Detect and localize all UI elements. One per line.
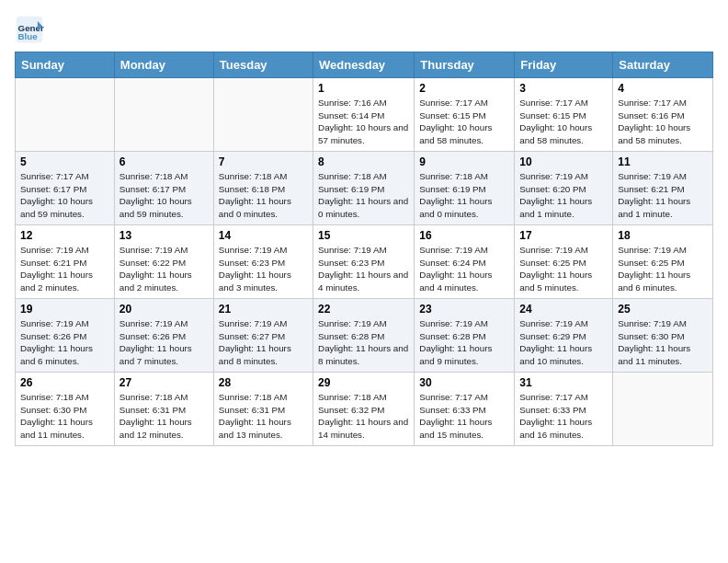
day-info: Sunrise: 7:19 AM Sunset: 6:29 PM Dayligh… — [519, 317, 608, 368]
day-info: Sunrise: 7:19 AM Sunset: 6:23 PM Dayligh… — [219, 244, 308, 294]
day-info: Sunrise: 7:18 AM Sunset: 6:17 PM Dayligh… — [119, 170, 209, 221]
day-info: Sunrise: 7:19 AM Sunset: 6:24 PM Dayligh… — [419, 244, 509, 294]
day-cell: 17Sunrise: 7:19 AM Sunset: 6:25 PM Dayli… — [515, 225, 613, 299]
day-cell: 5Sunrise: 7:17 AM Sunset: 6:17 PM Daylig… — [16, 152, 115, 225]
week-row-3: 12Sunrise: 7:19 AM Sunset: 6:21 PM Dayli… — [16, 225, 713, 299]
day-info: Sunrise: 7:17 AM Sunset: 6:17 PM Dayligh… — [20, 170, 109, 221]
day-cell: 14Sunrise: 7:19 AM Sunset: 6:23 PM Dayli… — [213, 225, 313, 299]
day-number: 18 — [618, 229, 708, 242]
days-header-row: SundayMondayTuesdayWednesdayThursdayFrid… — [16, 52, 713, 78]
day-number: 6 — [119, 155, 209, 168]
day-header-friday: Friday — [515, 52, 613, 78]
day-cell: 12Sunrise: 7:19 AM Sunset: 6:21 PM Dayli… — [16, 225, 115, 299]
day-cell: 7Sunrise: 7:18 AM Sunset: 6:18 PM Daylig… — [213, 152, 313, 225]
day-cell: 15Sunrise: 7:19 AM Sunset: 6:23 PM Dayli… — [313, 225, 415, 299]
day-number: 8 — [318, 155, 409, 168]
day-info: Sunrise: 7:19 AM Sunset: 6:21 PM Dayligh… — [618, 170, 708, 221]
day-info: Sunrise: 7:18 AM Sunset: 6:32 PM Dayligh… — [318, 391, 409, 442]
day-info: Sunrise: 7:19 AM Sunset: 6:25 PM Dayligh… — [618, 244, 708, 294]
day-info: Sunrise: 7:18 AM Sunset: 6:19 PM Dayligh… — [318, 170, 409, 221]
day-cell — [213, 78, 313, 152]
day-number: 5 — [20, 155, 109, 168]
day-number: 29 — [318, 376, 409, 389]
day-cell: 8Sunrise: 7:18 AM Sunset: 6:19 PM Daylig… — [313, 152, 415, 225]
day-cell: 3Sunrise: 7:17 AM Sunset: 6:15 PM Daylig… — [515, 78, 613, 152]
day-number: 3 — [519, 82, 608, 95]
day-info: Sunrise: 7:16 AM Sunset: 6:14 PM Dayligh… — [318, 97, 409, 147]
week-row-5: 26Sunrise: 7:18 AM Sunset: 6:30 PM Dayli… — [16, 373, 713, 446]
day-info: Sunrise: 7:18 AM Sunset: 6:19 PM Dayligh… — [419, 170, 509, 221]
day-cell: 29Sunrise: 7:18 AM Sunset: 6:32 PM Dayli… — [313, 373, 415, 446]
day-cell: 2Sunrise: 7:17 AM Sunset: 6:15 PM Daylig… — [415, 78, 515, 152]
day-cell: 20Sunrise: 7:19 AM Sunset: 6:26 PM Dayli… — [114, 299, 213, 373]
day-info: Sunrise: 7:19 AM Sunset: 6:26 PM Dayligh… — [20, 317, 109, 368]
day-number: 10 — [519, 155, 608, 168]
day-number: 14 — [219, 229, 308, 242]
day-number: 22 — [318, 303, 409, 316]
day-info: Sunrise: 7:19 AM Sunset: 6:20 PM Dayligh… — [519, 170, 608, 221]
day-header-monday: Monday — [114, 52, 213, 78]
day-cell: 21Sunrise: 7:19 AM Sunset: 6:27 PM Dayli… — [213, 299, 313, 373]
day-info: Sunrise: 7:19 AM Sunset: 6:22 PM Dayligh… — [119, 244, 209, 294]
day-cell: 13Sunrise: 7:19 AM Sunset: 6:22 PM Dayli… — [114, 225, 213, 299]
day-number: 4 — [618, 82, 708, 95]
day-cell: 9Sunrise: 7:18 AM Sunset: 6:19 PM Daylig… — [415, 152, 515, 225]
day-cell: 4Sunrise: 7:17 AM Sunset: 6:16 PM Daylig… — [613, 78, 713, 152]
day-number: 25 — [618, 303, 708, 316]
day-cell: 18Sunrise: 7:19 AM Sunset: 6:25 PM Dayli… — [613, 225, 713, 299]
day-number: 2 — [419, 82, 509, 95]
day-number: 15 — [318, 229, 409, 242]
day-number: 7 — [219, 155, 308, 168]
week-row-2: 5Sunrise: 7:17 AM Sunset: 6:17 PM Daylig… — [16, 152, 713, 225]
week-row-4: 19Sunrise: 7:19 AM Sunset: 6:26 PM Dayli… — [16, 299, 713, 373]
day-header-thursday: Thursday — [415, 52, 515, 78]
day-cell: 24Sunrise: 7:19 AM Sunset: 6:29 PM Dayli… — [515, 299, 613, 373]
day-cell — [114, 78, 213, 152]
logo-icon: General Blue — [15, 15, 44, 44]
day-cell: 16Sunrise: 7:19 AM Sunset: 6:24 PM Dayli… — [415, 225, 515, 299]
day-number: 28 — [219, 376, 308, 389]
day-info: Sunrise: 7:18 AM Sunset: 6:30 PM Dayligh… — [20, 391, 109, 442]
day-number: 20 — [119, 303, 209, 316]
day-cell: 6Sunrise: 7:18 AM Sunset: 6:17 PM Daylig… — [114, 152, 213, 225]
header: General Blue — [15, 15, 713, 44]
day-info: Sunrise: 7:17 AM Sunset: 6:15 PM Dayligh… — [519, 97, 608, 147]
day-info: Sunrise: 7:19 AM Sunset: 6:28 PM Dayligh… — [419, 317, 509, 368]
day-cell: 1Sunrise: 7:16 AM Sunset: 6:14 PM Daylig… — [313, 78, 415, 152]
day-number: 24 — [519, 303, 608, 316]
day-cell — [16, 78, 115, 152]
day-cell: 10Sunrise: 7:19 AM Sunset: 6:20 PM Dayli… — [515, 152, 613, 225]
day-cell: 23Sunrise: 7:19 AM Sunset: 6:28 PM Dayli… — [415, 299, 515, 373]
day-number: 1 — [318, 82, 409, 95]
day-info: Sunrise: 7:17 AM Sunset: 6:15 PM Dayligh… — [419, 97, 509, 147]
day-cell: 31Sunrise: 7:17 AM Sunset: 6:33 PM Dayli… — [515, 373, 613, 446]
day-info: Sunrise: 7:19 AM Sunset: 6:25 PM Dayligh… — [519, 244, 608, 294]
logo: General Blue — [15, 15, 48, 44]
day-header-wednesday: Wednesday — [313, 52, 415, 78]
svg-text:Blue: Blue — [18, 31, 39, 41]
day-number: 16 — [419, 229, 509, 242]
calendar-table: SundayMondayTuesdayWednesdayThursdayFrid… — [15, 52, 713, 446]
day-number: 26 — [20, 376, 109, 389]
day-info: Sunrise: 7:19 AM Sunset: 6:28 PM Dayligh… — [318, 317, 409, 368]
day-cell: 28Sunrise: 7:18 AM Sunset: 6:31 PM Dayli… — [213, 373, 313, 446]
day-cell: 30Sunrise: 7:17 AM Sunset: 6:33 PM Dayli… — [415, 373, 515, 446]
day-info: Sunrise: 7:19 AM Sunset: 6:30 PM Dayligh… — [618, 317, 708, 368]
day-cell: 27Sunrise: 7:18 AM Sunset: 6:31 PM Dayli… — [114, 373, 213, 446]
day-cell: 25Sunrise: 7:19 AM Sunset: 6:30 PM Dayli… — [613, 299, 713, 373]
day-info: Sunrise: 7:19 AM Sunset: 6:21 PM Dayligh… — [20, 244, 109, 294]
day-header-saturday: Saturday — [613, 52, 713, 78]
day-number: 30 — [419, 376, 509, 389]
week-row-1: 1Sunrise: 7:16 AM Sunset: 6:14 PM Daylig… — [16, 78, 713, 152]
day-info: Sunrise: 7:19 AM Sunset: 6:27 PM Dayligh… — [219, 317, 308, 368]
day-number: 9 — [419, 155, 509, 168]
day-number: 27 — [119, 376, 209, 389]
day-number: 23 — [419, 303, 509, 316]
day-number: 19 — [20, 303, 109, 316]
day-header-sunday: Sunday — [16, 52, 115, 78]
day-number: 12 — [20, 229, 109, 242]
day-number: 31 — [519, 376, 608, 389]
day-info: Sunrise: 7:17 AM Sunset: 6:33 PM Dayligh… — [519, 391, 608, 442]
day-info: Sunrise: 7:18 AM Sunset: 6:31 PM Dayligh… — [119, 391, 209, 442]
day-info: Sunrise: 7:17 AM Sunset: 6:16 PM Dayligh… — [618, 97, 708, 147]
